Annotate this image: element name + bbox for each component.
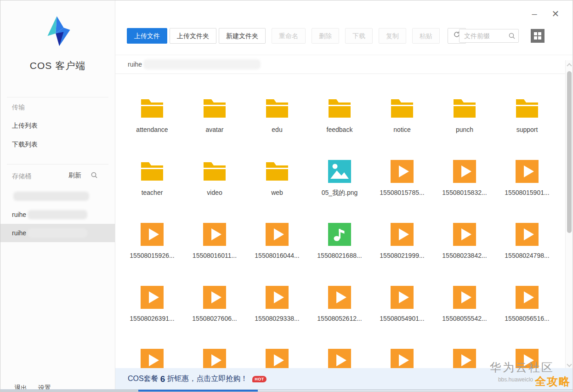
strip-progress: [138, 390, 258, 392]
video-icon: [496, 286, 558, 309]
file-item[interactable]: 15508021688...: [308, 200, 371, 263]
file-item[interactable]: [308, 326, 371, 368]
section-transfer-label: 传输: [12, 103, 25, 112]
cos-logo-icon: [40, 13, 76, 51]
file-item[interactable]: 15508029338...: [246, 263, 308, 326]
bucket-item[interactable]: ruihe: [0, 205, 115, 224]
promo-banner[interactable]: COS套餐 6 折钜惠，点击立即抢购！ HOT: [115, 368, 573, 390]
bucket-item[interactable]: [0, 187, 115, 205]
file-label: feedback: [308, 126, 371, 133]
toolbar-button: 重命名: [272, 28, 306, 44]
section-bucket-label: 存储桶: [12, 172, 31, 181]
file-label: 15508026391...: [121, 315, 183, 322]
folder-icon: [121, 160, 183, 183]
file-item[interactable]: 15508021999...: [371, 200, 433, 263]
file-item[interactable]: [121, 326, 183, 368]
promo-discount: 6: [160, 374, 165, 384]
minimize-button[interactable]: –: [528, 8, 540, 20]
grid-view-button[interactable]: [531, 29, 545, 43]
list-view-button[interactable]: [546, 29, 560, 43]
video-icon: [371, 223, 433, 246]
toolbar: 上传文件上传文件夹新建文件夹重命名删除下载复制粘贴: [127, 28, 562, 44]
file-item[interactable]: web: [246, 137, 308, 200]
breadcrumb[interactable]: ruihe: [115, 55, 573, 74]
scrollbar-thumb[interactable]: [567, 71, 572, 233]
video-icon: [433, 160, 496, 183]
toolbar-button: 下载: [345, 28, 373, 44]
close-button[interactable]: ✕: [550, 8, 562, 20]
file-item[interactable]: 15508026391...: [121, 263, 183, 326]
scroll-down-icon[interactable]: [567, 362, 572, 367]
file-item[interactable]: punch: [433, 74, 496, 137]
music-icon: [308, 223, 371, 246]
file-item[interactable]: 15508027606...: [183, 263, 246, 326]
toolbar-button[interactable]: 上传文件夹: [170, 28, 216, 44]
file-item[interactable]: avatar: [183, 74, 246, 137]
grid-view-icon: [533, 32, 542, 40]
file-item[interactable]: 15508015832...: [433, 137, 496, 200]
hot-badge: HOT: [252, 376, 267, 382]
scroll-up-icon[interactable]: [567, 63, 572, 68]
folder-icon: [246, 97, 308, 120]
video-icon: [246, 286, 308, 309]
toolbar-button: 粘贴: [412, 28, 440, 44]
sidebar-item-download-list[interactable]: 下载列表: [12, 141, 38, 149]
file-item[interactable]: 15508052612...: [308, 263, 371, 326]
file-item[interactable]: [433, 326, 496, 368]
promo-text-after: 折钜惠，点击立即抢购！: [167, 374, 248, 384]
video-icon: [371, 349, 433, 368]
file-label: web: [246, 189, 308, 196]
file-item[interactable]: [371, 326, 433, 368]
folder-icon: [183, 97, 246, 120]
toolbar-button[interactable]: 新建文件夹: [219, 28, 266, 44]
image-icon: [308, 160, 371, 183]
file-item[interactable]: 15508015901...: [496, 137, 558, 200]
file-label: 15508015832...: [433, 189, 496, 196]
file-item[interactable]: 15508024798...: [496, 200, 558, 263]
folder-icon: [433, 97, 496, 120]
file-item[interactable]: 15508016011...: [183, 200, 246, 263]
file-item[interactable]: attendance: [121, 74, 183, 137]
bucket-refresh-button[interactable]: 刷新: [68, 171, 81, 180]
video-icon: [246, 349, 308, 368]
sidebar-item-upload-list[interactable]: 上传列表: [12, 122, 38, 130]
strip-segment: [0, 390, 138, 392]
divider: [7, 97, 108, 97]
bucket-item[interactable]: ruihe: [0, 224, 115, 242]
file-item[interactable]: edu: [246, 74, 308, 137]
file-label: 15508027606...: [183, 315, 246, 322]
file-item[interactable]: support: [496, 74, 558, 137]
app-title: COS 客户端: [0, 59, 115, 72]
sidebar: COS 客户端 传输 上传列表 下载列表 存储桶 刷新 ruiheruihe 退…: [0, 0, 115, 392]
file-item[interactable]: 15508023842...: [433, 200, 496, 263]
file-label: video: [183, 189, 246, 196]
bucket-search-icon[interactable]: [91, 171, 98, 181]
file-item[interactable]: video: [183, 137, 246, 200]
file-item[interactable]: 05_我的.png: [308, 137, 371, 200]
file-item[interactable]: 15508015785...: [371, 137, 433, 200]
file-item[interactable]: 15508056516...: [496, 263, 558, 326]
folder-icon: [246, 160, 308, 183]
file-item[interactable]: 15508016044...: [246, 200, 308, 263]
file-item[interactable]: teacher: [121, 137, 183, 200]
file-label: 15508015901...: [496, 189, 558, 196]
file-item[interactable]: notice: [371, 74, 433, 137]
file-item[interactable]: 15508015926...: [121, 200, 183, 263]
video-icon: [496, 160, 558, 183]
video-icon: [121, 349, 183, 368]
file-item[interactable]: [246, 326, 308, 368]
file-label: 15508021688...: [308, 252, 371, 259]
file-item[interactable]: 15508055542...: [433, 263, 496, 326]
file-label: 15508015785...: [371, 189, 433, 196]
breadcrumb-bucket-name: ruihe: [128, 61, 142, 68]
toolbar-button[interactable]: 上传文件: [127, 28, 167, 44]
folder-icon: [121, 97, 183, 120]
file-label: support: [496, 126, 558, 133]
search-icon[interactable]: [508, 32, 516, 41]
file-item[interactable]: [496, 326, 558, 368]
vertical-scrollbar[interactable]: [565, 60, 573, 371]
video-icon: [433, 349, 496, 368]
file-item[interactable]: 15508054901...: [371, 263, 433, 326]
file-item[interactable]: [183, 326, 246, 368]
file-item[interactable]: feedback: [308, 74, 371, 137]
